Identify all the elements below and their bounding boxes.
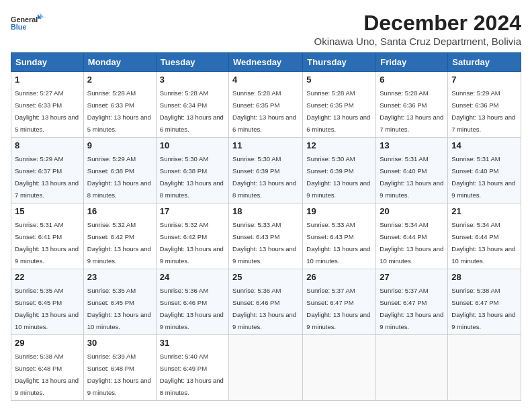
calendar-cell (448, 335, 521, 401)
day-number: 29 (15, 338, 80, 348)
day-detail: Sunrise: 5:29 AMSunset: 6:37 PMDaylight:… (15, 155, 79, 199)
day-number: 26 (306, 272, 372, 282)
calendar-cell: 3 Sunrise: 5:28 AMSunset: 6:34 PMDayligh… (156, 72, 228, 138)
calendar-cell: 15 Sunrise: 5:31 AMSunset: 6:41 PMDaylig… (11, 203, 84, 269)
day-detail: Sunrise: 5:38 AMSunset: 6:47 PMDaylight:… (451, 287, 515, 330)
calendar-table: SundayMondayTuesdayWednesdayThursdayFrid… (11, 52, 521, 401)
day-of-week-header: Tuesday (156, 53, 228, 72)
day-detail: Sunrise: 5:30 AMSunset: 6:39 PMDaylight:… (232, 155, 296, 199)
day-detail: Sunrise: 5:31 AMSunset: 6:40 PMDaylight:… (451, 155, 515, 199)
calendar-cell: 2 Sunrise: 5:28 AMSunset: 6:33 PMDayligh… (83, 72, 156, 138)
calendar-cell: 21 Sunrise: 5:34 AMSunset: 6:44 PMDaylig… (448, 203, 521, 269)
day-number: 14 (451, 140, 517, 150)
header-top: General Blue December 2024 Okinawa Uno, … (11, 11, 521, 47)
calendar-cell: 27 Sunrise: 5:37 AMSunset: 6:47 PMDaylig… (376, 269, 448, 335)
day-of-week-header: Friday (376, 53, 448, 72)
day-detail: Sunrise: 5:31 AMSunset: 6:41 PMDaylight:… (15, 221, 79, 265)
calendar-cell: 13 Sunrise: 5:31 AMSunset: 6:40 PMDaylig… (376, 138, 448, 203)
day-detail: Sunrise: 5:36 AMSunset: 6:46 PMDaylight:… (232, 287, 296, 330)
calendar-cell: 10 Sunrise: 5:30 AMSunset: 6:38 PMDaylig… (156, 138, 228, 203)
day-number: 13 (380, 140, 444, 150)
day-detail: Sunrise: 5:27 AMSunset: 6:33 PMDaylight:… (15, 89, 79, 133)
calendar-cell: 7 Sunrise: 5:29 AMSunset: 6:36 PMDayligh… (448, 72, 521, 138)
calendar-cell: 23 Sunrise: 5:35 AMSunset: 6:45 PMDaylig… (83, 269, 156, 335)
calendar-cell: 5 Sunrise: 5:28 AMSunset: 6:35 PMDayligh… (303, 72, 376, 138)
day-number: 16 (87, 206, 152, 216)
generalblue-logo-icon: General Blue (11, 11, 44, 38)
calendar-cell: 29 Sunrise: 5:38 AMSunset: 6:48 PMDaylig… (11, 335, 84, 401)
day-detail: Sunrise: 5:30 AMSunset: 6:38 PMDaylight:… (160, 155, 224, 199)
day-number: 18 (232, 206, 299, 216)
day-detail: Sunrise: 5:29 AMSunset: 6:38 PMDaylight:… (87, 155, 151, 199)
calendar-cell: 4 Sunrise: 5:28 AMSunset: 6:35 PMDayligh… (229, 72, 303, 138)
day-detail: Sunrise: 5:31 AMSunset: 6:40 PMDaylight:… (380, 155, 443, 199)
calendar-cell: 8 Sunrise: 5:29 AMSunset: 6:37 PMDayligh… (11, 138, 84, 203)
day-number: 9 (87, 140, 152, 150)
day-detail: Sunrise: 5:38 AMSunset: 6:48 PMDaylight:… (15, 353, 79, 396)
day-detail: Sunrise: 5:34 AMSunset: 6:44 PMDaylight:… (380, 221, 443, 265)
day-detail: Sunrise: 5:35 AMSunset: 6:45 PMDaylight:… (87, 287, 151, 330)
calendar-cell (229, 335, 303, 401)
calendar-cell: 17 Sunrise: 5:32 AMSunset: 6:42 PMDaylig… (156, 203, 228, 269)
calendar-cell (376, 335, 448, 401)
calendar-cell: 24 Sunrise: 5:36 AMSunset: 6:46 PMDaylig… (156, 269, 228, 335)
day-of-week-header: Wednesday (229, 53, 303, 72)
day-number: 6 (380, 75, 444, 85)
day-number: 23 (87, 272, 152, 282)
calendar-cell: 20 Sunrise: 5:34 AMSunset: 6:44 PMDaylig… (376, 203, 448, 269)
day-of-week-header: Thursday (303, 53, 376, 72)
day-number: 30 (87, 338, 152, 348)
day-number: 10 (160, 140, 225, 150)
day-number: 3 (160, 75, 225, 85)
calendar-cell: 22 Sunrise: 5:35 AMSunset: 6:45 PMDaylig… (11, 269, 84, 335)
day-detail: Sunrise: 5:36 AMSunset: 6:46 PMDaylight:… (160, 287, 224, 330)
day-detail: Sunrise: 5:28 AMSunset: 6:36 PMDaylight:… (380, 89, 443, 133)
day-of-week-header: Sunday (11, 53, 84, 72)
day-detail: Sunrise: 5:39 AMSunset: 6:48 PMDaylight:… (87, 353, 151, 396)
day-number: 15 (15, 206, 80, 216)
calendar-cell: 12 Sunrise: 5:30 AMSunset: 6:39 PMDaylig… (303, 138, 376, 203)
calendar-cell: 16 Sunrise: 5:32 AMSunset: 6:42 PMDaylig… (83, 203, 156, 269)
day-detail: Sunrise: 5:33 AMSunset: 6:43 PMDaylight:… (306, 221, 370, 265)
day-number: 22 (15, 272, 80, 282)
day-of-week-header: Monday (83, 53, 156, 72)
day-number: 12 (306, 140, 372, 150)
day-detail: Sunrise: 5:28 AMSunset: 6:35 PMDaylight:… (306, 89, 370, 133)
svg-text:General: General (11, 15, 38, 24)
calendar-cell: 19 Sunrise: 5:33 AMSunset: 6:43 PMDaylig… (303, 203, 376, 269)
svg-marker-3 (40, 13, 44, 17)
calendar-cell: 11 Sunrise: 5:30 AMSunset: 6:39 PMDaylig… (229, 138, 303, 203)
day-detail: Sunrise: 5:37 AMSunset: 6:47 PMDaylight:… (380, 287, 443, 330)
calendar-cell: 9 Sunrise: 5:29 AMSunset: 6:38 PMDayligh… (83, 138, 156, 203)
svg-text:Blue: Blue (11, 23, 26, 31)
day-detail: Sunrise: 5:33 AMSunset: 6:43 PMDaylight:… (232, 221, 296, 265)
month-title: December 2024 (314, 11, 521, 36)
day-number: 31 (160, 338, 225, 348)
day-number: 8 (15, 140, 80, 150)
calendar-cell: 6 Sunrise: 5:28 AMSunset: 6:36 PMDayligh… (376, 72, 448, 138)
title-section: December 2024 Okinawa Uno, Santa Cruz De… (314, 11, 521, 47)
day-detail: Sunrise: 5:32 AMSunset: 6:42 PMDaylight:… (87, 221, 151, 265)
day-number: 28 (451, 272, 517, 282)
calendar-cell: 31 Sunrise: 5:40 AMSunset: 6:49 PMDaylig… (156, 335, 228, 401)
day-detail: Sunrise: 5:32 AMSunset: 6:42 PMDaylight:… (160, 221, 224, 265)
calendar-cell: 30 Sunrise: 5:39 AMSunset: 6:48 PMDaylig… (83, 335, 156, 401)
day-number: 5 (306, 75, 372, 85)
day-number: 21 (451, 206, 517, 216)
calendar-cell: 26 Sunrise: 5:37 AMSunset: 6:47 PMDaylig… (303, 269, 376, 335)
day-number: 20 (380, 206, 444, 216)
day-number: 2 (87, 75, 152, 85)
day-number: 4 (232, 75, 299, 85)
calendar-cell: 18 Sunrise: 5:33 AMSunset: 6:43 PMDaylig… (229, 203, 303, 269)
location-subtitle: Okinawa Uno, Santa Cruz Department, Boli… (314, 36, 521, 47)
day-detail: Sunrise: 5:28 AMSunset: 6:33 PMDaylight:… (87, 89, 151, 133)
day-number: 19 (306, 206, 372, 216)
calendar-cell: 1 Sunrise: 5:27 AMSunset: 6:33 PMDayligh… (11, 72, 84, 138)
calendar-cell: 25 Sunrise: 5:36 AMSunset: 6:46 PMDaylig… (229, 269, 303, 335)
day-number: 7 (451, 75, 517, 85)
day-detail: Sunrise: 5:34 AMSunset: 6:44 PMDaylight:… (451, 221, 515, 265)
day-detail: Sunrise: 5:29 AMSunset: 6:36 PMDaylight:… (451, 89, 515, 133)
day-number: 17 (160, 206, 225, 216)
day-number: 24 (160, 272, 225, 282)
day-detail: Sunrise: 5:30 AMSunset: 6:39 PMDaylight:… (306, 155, 370, 199)
